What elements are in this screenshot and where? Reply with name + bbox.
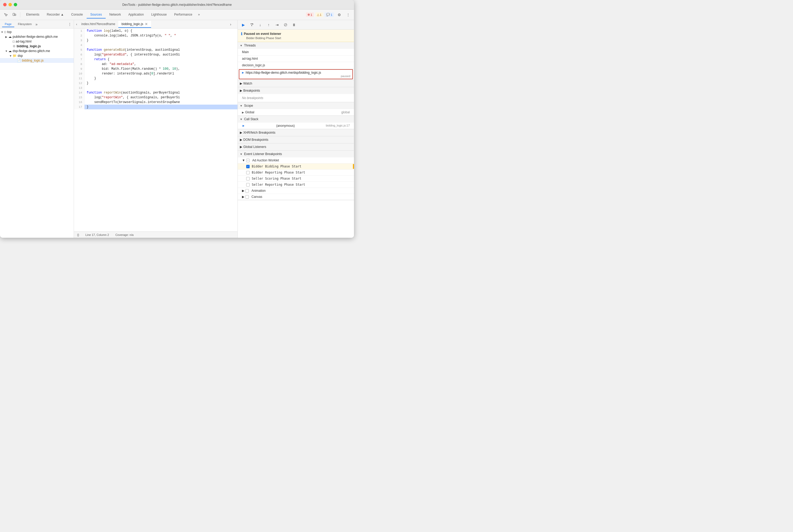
thread-adtag-label: ad-tag.html <box>242 57 258 60</box>
svg-rect-1 <box>15 14 16 16</box>
code-line-8: 8 ad: "ad-metadata", <box>74 62 238 66</box>
tree-item-publisher-domain[interactable]: ▶ ☁ publisher-fledge-demo.glitch.me <box>0 34 74 39</box>
tab-application[interactable]: Application <box>125 11 148 18</box>
tab-elements[interactable]: Elements <box>22 11 43 18</box>
tree-item-top[interactable]: ▼ □ top <box>0 30 74 34</box>
tree-label-publisher: publisher-fledge-demo.glitch.me <box>13 35 58 39</box>
dom-header[interactable]: ▶ DOM Breakpoints <box>238 136 354 143</box>
panel-kebab-icon[interactable]: ⋮ <box>68 22 72 26</box>
tab-more[interactable]: » <box>196 11 202 18</box>
seller-scoring-label: Seller Scoring Phase Start <box>252 177 301 180</box>
format-icon[interactable]: {} <box>77 233 79 236</box>
canvas-checkbox[interactable] <box>245 195 249 198</box>
active-thread-arrow: ► <box>242 71 245 75</box>
seller-reporting-checkbox[interactable] <box>246 183 250 187</box>
ad-auction-checkbox[interactable]: − <box>246 159 250 162</box>
tab-bidding-logic[interactable]: bidding_logic.js ✕ <box>118 21 151 28</box>
step-into-button[interactable]: ↓ <box>257 21 264 28</box>
threads-header[interactable]: ▼ Threads <box>238 42 354 49</box>
pause-on-exceptions-button[interactable]: ⏸ <box>290 21 298 28</box>
watch-header[interactable]: ▶ Watch <box>238 80 354 87</box>
titlebar-buttons[interactable] <box>3 3 17 6</box>
error-badge[interactable]: ⊗ 1 <box>306 13 314 17</box>
tab-filesystem[interactable]: Filesystem <box>15 21 35 27</box>
resume-button[interactable]: ▶ <box>240 21 247 28</box>
tree-item-bidding-publisher[interactable]: ▶ ⚙ bidding_logic.js <box>0 44 74 49</box>
code-editor[interactable]: 1 function log(label, o) { 2 console.log… <box>74 28 238 231</box>
call-stack-header[interactable]: ▼ Call Stack <box>238 116 354 122</box>
tab-sources[interactable]: Sources <box>87 11 106 18</box>
xhr-header[interactable]: ▶ XHR/fetch Breakpoints <box>238 129 354 136</box>
code-panel: ‹ index.html?fencedframe bidding_logic.j… <box>74 20 238 238</box>
settings-icon[interactable]: ⚙ <box>336 11 343 18</box>
event-parent-canvas[interactable]: ▶ Canvas <box>238 194 354 200</box>
step-over-button[interactable] <box>248 21 255 28</box>
bidder-reporting-checkbox[interactable] <box>246 171 250 174</box>
scope-header[interactable]: ▼ Scope <box>238 102 354 109</box>
kebab-menu-icon[interactable]: ⋮ <box>344 11 352 18</box>
file-icon-adtag: □ <box>13 40 15 43</box>
thread-adtag[interactable]: ad-tag.html <box>238 55 354 62</box>
thread-main[interactable]: Main <box>238 49 354 55</box>
file-yellow-icon: 📄 <box>17 59 21 62</box>
more-tabs-icon[interactable]: » <box>35 22 38 26</box>
left-tabs: Page Filesystem » ⋮ <box>0 20 74 28</box>
tab-index-html[interactable]: index.html?fencedframe <box>78 21 118 27</box>
scope-global-arrow: ▶ <box>242 111 244 114</box>
event-listener-header[interactable]: ▼ Event Listener Breakpoints <box>238 151 354 157</box>
tab-label-index: index.html?fencedframe <box>81 22 115 26</box>
tab-lighthouse[interactable]: Lighthouse <box>147 11 170 18</box>
bidder-bidding-checkbox[interactable] <box>246 165 250 168</box>
tree-item-dsp-domain[interactable]: ▼ ☁ dsp-fledge-demo.glitch.me <box>0 49 74 53</box>
event-parent-animation[interactable]: ▶ Animation <box>238 188 354 194</box>
maximize-button[interactable] <box>14 3 17 6</box>
cursor-icon[interactable] <box>2 11 10 18</box>
code-tabs: ‹ index.html?fencedframe bidding_logic.j… <box>74 20 238 28</box>
event-parent-ad-auction[interactable]: ▼ − Ad Auction Worklet <box>238 157 354 164</box>
device-toggle-icon[interactable] <box>11 11 18 18</box>
code-line-15: 15 log("reportWin", { auctionSignals, pe… <box>74 95 238 100</box>
tab-network[interactable]: Network <box>106 11 125 18</box>
breakpoints-header[interactable]: ▶ Breakpoints <box>238 87 354 94</box>
step-button[interactable]: ⇥ <box>274 21 281 28</box>
tab-close-icon[interactable]: ✕ <box>145 22 148 26</box>
tab-nav-right-icon[interactable]: › <box>227 21 234 28</box>
deactivate-breakpoints-button[interactable] <box>282 21 289 28</box>
minimize-button[interactable] <box>8 3 12 6</box>
tab-console[interactable]: Console <box>68 11 87 18</box>
tab-page[interactable]: Page <box>2 21 14 27</box>
global-listeners-header[interactable]: ▶ Global Listeners <box>238 144 354 150</box>
paused-banner: ℹ Paused on event listener Bidder Biddin… <box>238 30 354 42</box>
tab-recorder[interactable]: Recorder ▲ <box>43 11 68 18</box>
call-stack-item-anon[interactable]: (anonymous) bidding_logic.js:17 <box>238 122 354 129</box>
call-stack-arrow: ▼ <box>240 118 243 121</box>
canvas-arrow: ▶ <box>242 195 244 198</box>
call-stack-anon-label: (anonymous) <box>276 124 295 128</box>
threads-section: ▼ Threads Main ad-tag.html decision_logi… <box>238 42 354 80</box>
tree-item-dsp-folder[interactable]: ▼ 📁 dsp <box>0 53 74 58</box>
close-button[interactable] <box>3 3 6 6</box>
info-badge[interactable]: 💬 1 <box>325 13 334 17</box>
tree-item-bidding-dsp[interactable]: ▶ 📄 bidding_logic.js <box>0 58 74 63</box>
breakpoints-arrow: ▶ <box>240 89 242 92</box>
event-listener-section: ▼ Event Listener Breakpoints ▼ − Ad Auct… <box>238 151 354 200</box>
thread-active[interactable]: ► https://dsp-fledge-demo.glitch.me/dsp/… <box>239 69 353 79</box>
thread-decision[interactable]: decision_logic.js <box>238 62 354 69</box>
breakpoints-section: ▶ Breakpoints No breakpoints <box>238 87 354 102</box>
scope-global[interactable]: ▶ Global global <box>238 109 354 115</box>
main-content: Page Filesystem » ⋮ ▼ □ top ▶ ☁ publishe… <box>0 20 354 238</box>
code-tab-nav-left[interactable]: ‹ <box>75 22 78 26</box>
step-out-button[interactable]: ↑ <box>265 21 272 28</box>
warning-badge[interactable]: △ 1 <box>316 13 323 17</box>
tab-performance[interactable]: Performance <box>170 11 196 18</box>
call-stack-label: Call Stack <box>244 117 258 121</box>
code-line-17: 17 } <box>74 104 238 109</box>
toolbar-divider-1 <box>20 12 20 17</box>
seller-scoring-checkbox[interactable] <box>246 177 250 180</box>
scope-global-label: Global <box>245 110 254 114</box>
code-line-10: 10 render: interestGroup.ads[0].renderUr… <box>74 71 238 76</box>
call-stack-section: ▼ Call Stack (anonymous) bidding_logic.j… <box>238 116 354 129</box>
animation-checkbox[interactable] <box>245 189 249 193</box>
tree-item-adtag[interactable]: ▶ □ ad-tag.html <box>0 39 74 44</box>
svg-line-4 <box>284 24 287 26</box>
